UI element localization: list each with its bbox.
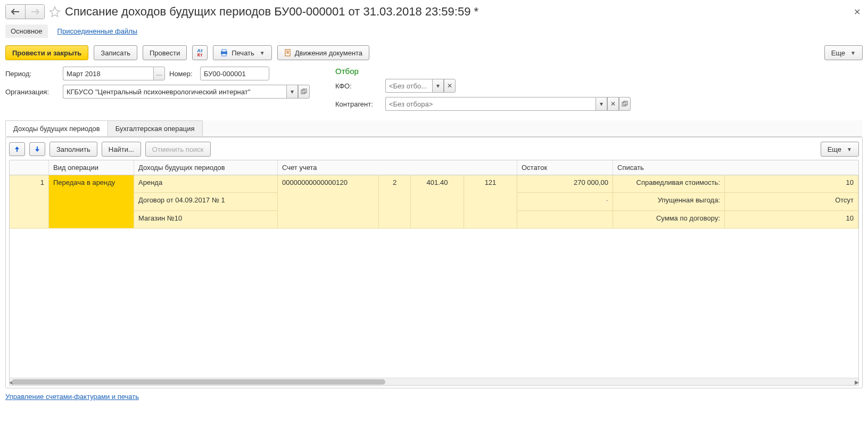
cell-dbp-l2: Договор от 04.09.2017 № 1	[134, 193, 278, 210]
organization-input[interactable]	[63, 85, 286, 99]
chevron-down-icon: ▼	[260, 50, 265, 56]
subnav-attached-files[interactable]: Присоединенные файлы	[57, 27, 138, 35]
horizontal-scrollbar[interactable]: ◀ ▶	[10, 378, 858, 385]
tab-accounting-op[interactable]: Бухгалтерская операция	[108, 120, 203, 136]
cell-spis-v1: 10	[725, 175, 858, 193]
table-more-label: Еще	[828, 145, 841, 153]
fill-button[interactable]: Заполнить	[49, 142, 97, 157]
print-button[interactable]: Печать ▼	[213, 45, 272, 60]
contragent-clear-button[interactable]: ✕	[607, 97, 619, 111]
print-label: Печать	[232, 49, 254, 57]
subnav-main[interactable]: Основное	[5, 25, 48, 38]
table-row[interactable]: 1 Передача в аренду Аренда Договор от 04…	[10, 175, 858, 229]
cell-acc-code: 00000000000000120	[278, 175, 379, 229]
cell-dbp-l3: Магазин №10	[134, 211, 278, 229]
dtkt-button[interactable]: АтКт	[192, 45, 208, 60]
post-and-close-button[interactable]: Провести и закрыть	[5, 45, 88, 60]
cell-balance-2: -	[517, 193, 613, 210]
cell-spis-l2: Упущенная выгода:	[613, 193, 725, 210]
move-down-button[interactable]	[29, 142, 45, 156]
svg-rect-3	[285, 50, 290, 56]
organization-open-button[interactable]	[298, 85, 310, 99]
organization-label: Организация:	[5, 88, 59, 96]
cell-operation-type: Передача в аренду	[49, 175, 134, 229]
col-future-income[interactable]: Доходы будущих периодов	[134, 160, 278, 175]
cell-spis-v3: 10	[725, 211, 858, 229]
post-button[interactable]: Провести	[143, 45, 187, 60]
number-label: Номер:	[169, 70, 196, 78]
cell-acc-k: 2	[379, 175, 411, 229]
close-icon[interactable]: ✕	[852, 7, 863, 17]
filter-title: Отбор	[335, 67, 863, 76]
favorite-star-icon[interactable]	[49, 6, 61, 18]
movements-button[interactable]: Движения документа	[277, 45, 369, 60]
contragent-input[interactable]	[385, 97, 596, 111]
table-more-button[interactable]: Еще ▼	[821, 142, 859, 157]
cell-number: 1	[10, 175, 49, 229]
cell-spis-l3: Сумма по договору:	[613, 211, 725, 229]
cell-spis-v2: Отсут	[725, 193, 858, 210]
cell-spis-l1: Справедливая стоимость:	[613, 175, 725, 193]
cell-acc-s: 121	[464, 175, 517, 229]
cancel-find-button[interactable]: Отменить поиск	[145, 142, 211, 157]
cell-dbp-l1: Аренда	[134, 175, 278, 193]
contragent-label: Контрагент:	[335, 100, 381, 108]
contragent-dropdown-button[interactable]: ▾	[596, 97, 607, 111]
period-input[interactable]	[63, 67, 153, 80]
nav-back-button[interactable]	[6, 5, 25, 19]
period-label: Период:	[5, 70, 59, 78]
col-writeoff[interactable]: Списать	[613, 160, 858, 175]
incomes-grid: Вид операции Доходы будущих периодов Сче…	[9, 160, 859, 386]
scroll-right-icon[interactable]: ▶	[853, 378, 859, 386]
col-number[interactable]	[10, 160, 49, 175]
chevron-down-icon: ▼	[847, 146, 852, 152]
printer-icon	[220, 49, 228, 56]
contragent-open-button[interactable]	[619, 97, 631, 111]
document-icon	[284, 49, 292, 56]
chevron-down-icon: ▼	[850, 50, 856, 56]
cell-acc-a: 401.40	[411, 175, 464, 229]
number-input[interactable]	[200, 67, 269, 80]
save-button[interactable]: Записать	[94, 45, 137, 60]
kfo-label: КФО:	[335, 82, 381, 90]
more-label: Еще	[831, 49, 845, 57]
movements-label: Движения документа	[295, 49, 362, 57]
tab-incomes[interactable]: Доходы будущих периодов	[5, 120, 108, 136]
cell-balance-3	[517, 211, 613, 229]
nav-forward-button[interactable]	[25, 5, 44, 19]
col-balance[interactable]: Остаток	[517, 160, 613, 175]
more-button[interactable]: Еще ▼	[824, 45, 863, 60]
period-select-button[interactable]: …	[153, 67, 165, 80]
organization-dropdown-button[interactable]: ▾	[286, 85, 298, 99]
move-up-button[interactable]	[9, 142, 25, 156]
page-title: Списание доходов будущих периодов БУ00-0…	[65, 5, 478, 19]
svg-rect-2	[222, 54, 226, 56]
cell-balance-1: 270 000,00	[517, 175, 613, 193]
col-account[interactable]: Счет учета	[278, 160, 517, 175]
col-operation-type[interactable]: Вид операции	[49, 160, 134, 175]
nav-back-forward	[5, 4, 45, 19]
scroll-thumb[interactable]	[12, 379, 385, 385]
find-button[interactable]: Найти...	[102, 142, 141, 157]
kfo-dropdown-button[interactable]: ▾	[432, 79, 444, 93]
invoice-management-link[interactable]: Управление счетами-фактурами и печать	[5, 388, 139, 401]
kfo-input[interactable]	[385, 79, 432, 93]
svg-rect-1	[222, 50, 226, 52]
kfo-clear-button[interactable]: ✕	[444, 79, 456, 93]
